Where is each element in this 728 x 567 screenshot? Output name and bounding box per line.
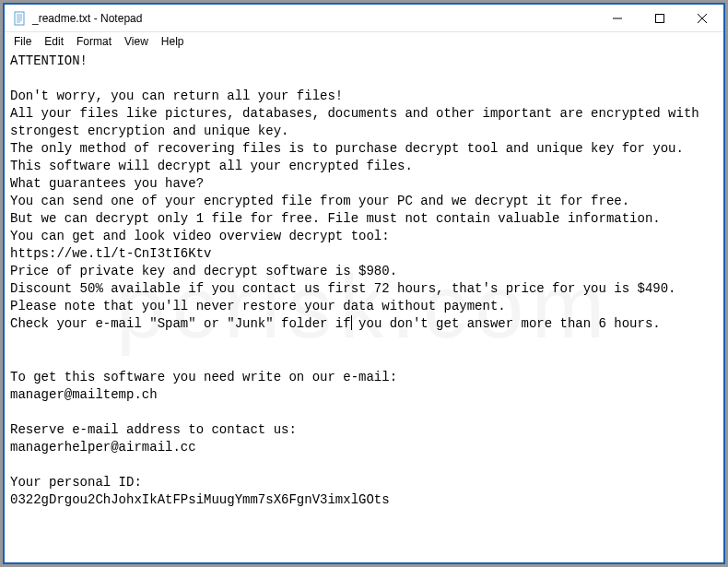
text-line: ATTENTION! xyxy=(10,53,88,68)
text-line: Please note that you'll never restore yo… xyxy=(10,299,506,313)
window-controls xyxy=(596,5,723,31)
titlebar[interactable]: _readme.txt - Notepad xyxy=(5,5,723,32)
menu-view[interactable]: View xyxy=(119,33,154,50)
text-line: This software will decrypt all your encr… xyxy=(10,159,413,173)
text-line: manager@mailtemp.ch xyxy=(10,387,158,402)
text-line: The only method of recovering files is t… xyxy=(10,141,684,156)
text-line: https://we.tl/t-CnI3tI6Ktv xyxy=(10,246,211,261)
close-button[interactable] xyxy=(681,5,723,31)
menubar: File Edit Format View Help xyxy=(5,32,723,51)
notepad-file-icon xyxy=(12,11,27,26)
text-line: What guarantees you have? xyxy=(10,176,204,191)
text-line: 0322gDrgou2ChJohxIkAtFPsiMuugYmm7sX6FgnV… xyxy=(10,492,390,507)
text-line: you don't get answer more than 6 hours. xyxy=(351,316,661,331)
text-line: You can send one of your encrypted file … xyxy=(10,194,629,208)
text-line: Discount 50% available if you contact us… xyxy=(10,281,676,296)
text-cursor-icon xyxy=(351,315,352,330)
notepad-window: _readme.txt - Notepad File Edit Format V… xyxy=(3,3,725,564)
menu-edit[interactable]: Edit xyxy=(39,33,69,50)
text-line: All your files like pictures, databases,… xyxy=(10,106,707,138)
text-line: But we can decrypt only 1 file for free.… xyxy=(10,211,661,226)
window-title: _readme.txt - Notepad xyxy=(32,12,596,25)
text-line: Check your e-mail "Spam" or "Junk" folde… xyxy=(10,316,351,331)
minimize-button[interactable] xyxy=(596,5,639,31)
menu-help[interactable]: Help xyxy=(156,33,190,50)
text-line: To get this software you need write on o… xyxy=(10,370,397,384)
text-line: Price of private key and decrypt softwar… xyxy=(10,264,397,278)
text-area[interactable]: pcrisk.comATTENTION! Don't worry, you ca… xyxy=(5,51,723,562)
text-line: Don't worry, you can return all your fil… xyxy=(10,89,343,103)
maximize-button[interactable] xyxy=(639,5,681,31)
svg-rect-7 xyxy=(656,14,664,22)
text-line: Your personal ID: xyxy=(10,475,142,490)
text-line: Reserve e-mail address to contact us: xyxy=(10,422,297,437)
text-line: You can get and look video overview decr… xyxy=(10,229,390,243)
text-line: managerhelper@airmail.cc xyxy=(10,440,196,455)
menu-file[interactable]: File xyxy=(8,33,37,50)
menu-format[interactable]: Format xyxy=(71,33,117,50)
